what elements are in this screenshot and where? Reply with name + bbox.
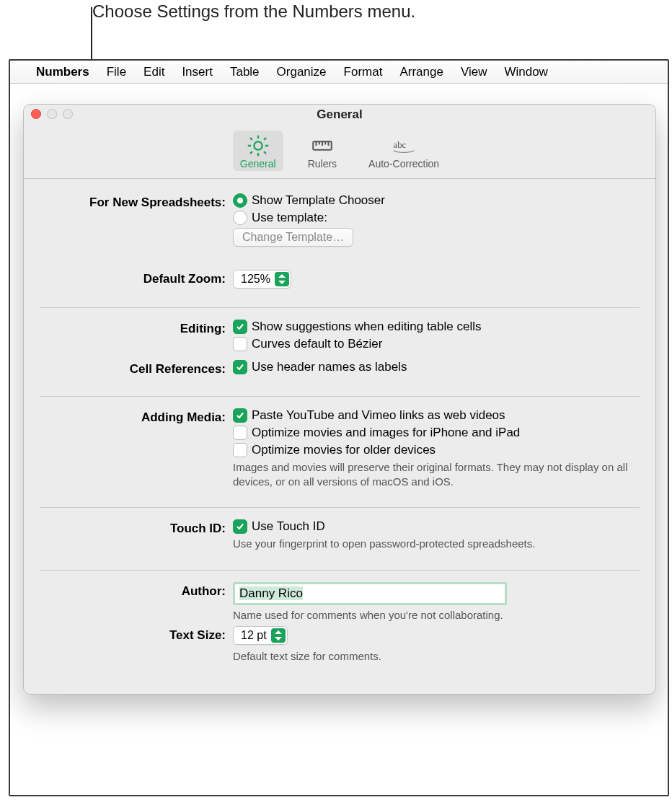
menu-table[interactable]: Table <box>230 65 260 79</box>
menu-edit[interactable]: Edit <box>143 65 164 79</box>
tab-general-label: General <box>240 158 276 170</box>
radio-show-template-chooser-label: Show Template Chooser <box>252 193 385 208</box>
text-size-value: 12 pt <box>241 629 267 642</box>
prefs-toolbar: General Rulers abc Auto-Correction <box>24 125 655 179</box>
menu-view[interactable]: View <box>461 65 487 79</box>
window-titlebar: General <box>24 105 655 125</box>
window-minimize-button[interactable] <box>47 109 57 119</box>
desktop-frame: Numbers File Edit Insert Table Organize … <box>9 59 669 796</box>
window-close-button[interactable] <box>31 109 41 119</box>
default-zoom-popup[interactable]: 125% <box>233 270 291 289</box>
checkbox-curves-bezier[interactable]: Curves default to Bézier <box>233 337 640 351</box>
checkbox-icon <box>233 337 247 351</box>
tab-autocorrection[interactable]: abc Auto-Correction <box>361 131 446 171</box>
checkbox-header-names-label: Use header names as labels <box>252 360 407 374</box>
menu-arrange[interactable]: Arrange <box>399 65 443 79</box>
menubar: Numbers File Edit Insert Table Organize … <box>10 61 668 84</box>
window-zoom-button[interactable] <box>63 109 73 119</box>
label-adding-media: Adding Media: <box>40 408 226 425</box>
label-new-spreadsheets: For New Spreadsheets: <box>40 193 226 210</box>
author-input[interactable]: Danny Rico <box>233 582 507 605</box>
checkbox-icon <box>233 426 247 440</box>
checkbox-show-suggestions[interactable]: Show suggestions when editing table cell… <box>233 320 640 334</box>
gear-icon <box>246 133 270 158</box>
divider <box>40 570 640 571</box>
checkbox-optimize-older-label: Optimize movies for older devices <box>252 443 436 457</box>
adding-media-hint: Images and movies will preserve their or… <box>233 460 640 488</box>
label-text-size: Text Size: <box>40 626 226 643</box>
menu-file[interactable]: File <box>107 65 126 79</box>
app-menu-numbers[interactable]: Numbers <box>36 65 89 79</box>
tab-autocorrection-label: Auto-Correction <box>368 158 439 170</box>
svg-point-0 <box>254 141 262 149</box>
checkbox-optimize-ios[interactable]: Optimize movies and images for iPhone an… <box>233 426 640 440</box>
checkbox-optimize-older[interactable]: Optimize movies for older devices <box>233 443 640 457</box>
radio-icon <box>233 211 247 225</box>
menu-organize[interactable]: Organize <box>277 65 327 79</box>
preferences-window: General General Rulers abc <box>23 104 656 695</box>
checkbox-use-touch-id-label: Use Touch ID <box>252 519 325 534</box>
text-size-popup[interactable]: 12 pt <box>233 626 288 645</box>
radio-use-template-label: Use template: <box>252 211 327 225</box>
callout-leader-line <box>91 7 92 65</box>
radio-show-template-chooser[interactable]: Show Template Chooser <box>233 193 640 208</box>
tab-rulers-label: Rulers <box>308 158 337 170</box>
menu-window[interactable]: Window <box>504 65 547 79</box>
svg-text:abc: abc <box>394 140 407 150</box>
divider <box>40 507 640 508</box>
popup-arrows-icon <box>275 272 289 286</box>
checkbox-icon <box>233 320 247 334</box>
window-traffic-lights <box>31 109 73 119</box>
divider <box>40 396 640 397</box>
checkbox-web-videos[interactable]: Paste YouTube and Vimeo links as web vid… <box>233 408 640 423</box>
menu-format[interactable]: Format <box>344 65 383 79</box>
checkbox-icon <box>233 360 247 374</box>
label-author: Author: <box>40 582 226 599</box>
checkbox-icon <box>233 519 247 534</box>
radio-use-template[interactable]: Use template: <box>233 211 640 225</box>
checkbox-icon <box>233 443 247 457</box>
label-default-zoom: Default Zoom: <box>40 270 226 286</box>
default-zoom-value: 125% <box>241 273 270 286</box>
divider <box>40 307 640 308</box>
window-title: General <box>317 107 362 122</box>
popup-arrows-icon <box>271 628 286 643</box>
checkbox-header-names[interactable]: Use header names as labels <box>233 360 640 374</box>
ruler-icon <box>310 133 335 158</box>
tab-general[interactable]: General <box>233 131 283 171</box>
checkbox-icon <box>233 408 247 423</box>
callout-text: Choose Settings from the Numbers menu. <box>92 0 415 22</box>
radio-icon <box>233 193 247 208</box>
label-cell-references: Cell References: <box>40 360 226 377</box>
checkbox-curves-bezier-label: Curves default to Bézier <box>252 337 382 351</box>
checkbox-show-suggestions-label: Show suggestions when editing table cell… <box>252 320 481 334</box>
abc-icon: abc <box>392 133 416 158</box>
tab-rulers[interactable]: Rulers <box>301 131 344 171</box>
author-hint: Name used for comments when you're not c… <box>233 608 640 623</box>
checkbox-web-videos-label: Paste YouTube and Vimeo links as web vid… <box>252 408 505 423</box>
label-touch-id: Touch ID: <box>40 519 226 536</box>
menu-insert[interactable]: Insert <box>182 65 213 79</box>
touch-id-hint: Use your fingerprint to open password-pr… <box>233 537 640 551</box>
author-input-value: Danny Rico <box>239 586 303 600</box>
label-editing: Editing: <box>40 320 226 336</box>
text-size-hint: Default text size for comments. <box>233 649 640 664</box>
change-template-button[interactable]: Change Template… <box>233 228 353 247</box>
checkbox-use-touch-id[interactable]: Use Touch ID <box>233 519 640 534</box>
prefs-content: For New Spreadsheets: Show Template Choo… <box>24 179 655 679</box>
checkbox-optimize-ios-label: Optimize movies and images for iPhone an… <box>252 426 520 440</box>
